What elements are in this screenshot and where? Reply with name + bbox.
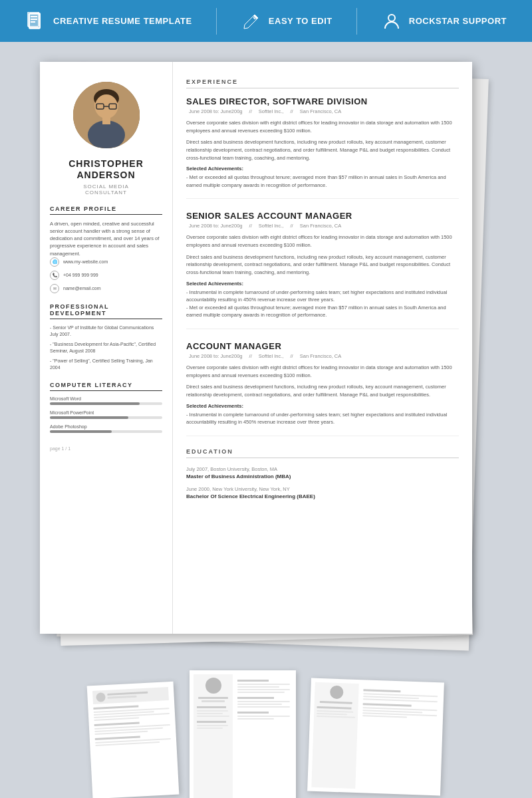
edu-1: July 2007, Boston University, Boston, MA… xyxy=(186,466,459,479)
website-icon: 🌐 xyxy=(50,257,59,267)
top-banner: CREATIVE RESUME TEMPLATE EASY TO EDIT RO… xyxy=(0,0,532,42)
job-3-meta: June 2008 to: June200g // Softtel Inc., … xyxy=(186,353,459,359)
email-icon: ✉ xyxy=(50,284,59,293)
job-3-desc2: Direct sales and business development fu… xyxy=(186,383,459,398)
job-2-achievements: - Instrumental in complete turnaround of… xyxy=(186,289,459,320)
banner-item-edit: EASY TO EDIT xyxy=(241,11,332,32)
skill-word-name: Microsoft Word xyxy=(50,396,162,401)
svg-point-7 xyxy=(388,15,395,21)
edu-2-date: June 2000, New York University, New York… xyxy=(186,486,459,492)
resume-container: CHRISTOPHER ANDERSON SOCIAL MEDIA CONSUL… xyxy=(40,62,492,634)
profile-photo xyxy=(73,82,140,148)
job-3: ACCOUNT MANAGER June 2008 to: June200g /… xyxy=(186,341,459,436)
skill-photoshop-name: Adobe Photoshop xyxy=(50,424,162,429)
job-1-desc2: Direct sales and business development fu… xyxy=(186,138,459,162)
edu-1-degree: Master of Business Administration (MBA) xyxy=(186,473,459,479)
experience-title: EXPERIENCE xyxy=(186,78,459,88)
skill-powerpoint-name: Microsoft PowerPoint xyxy=(50,410,162,415)
job-2-desc2: Direct sales and business development fu… xyxy=(186,253,459,277)
skill-photoshop: Adobe Photoshop xyxy=(50,424,162,433)
resume-page: CHRISTOPHER ANDERSON SOCIAL MEDIA CONSUL… xyxy=(40,62,472,634)
banner-item-resume: CREATIVE RESUME TEMPLATE xyxy=(25,11,192,32)
svg-rect-17 xyxy=(102,116,110,124)
banner-resume-label: CREATIVE RESUME TEMPLATE xyxy=(53,16,192,26)
skill-word: Microsoft Word xyxy=(50,396,162,405)
person-icon xyxy=(381,11,402,32)
contact-website: 🌐 www.my-website.com xyxy=(50,257,162,267)
job-1-desc1: Oversee corporate sales division with ei… xyxy=(186,119,459,134)
banner-edit-label: EASY TO EDIT xyxy=(269,16,332,26)
job-1-achievements-title: Selected Achievements: xyxy=(186,166,459,172)
prof-dev-title: PROFESSIONAL DEVELOPMENT xyxy=(50,303,162,319)
svg-point-16 xyxy=(88,120,125,148)
prof-dev-item-1: - "Business Development for Asia-Pacific… xyxy=(50,341,162,355)
thumbnail-1 xyxy=(87,682,180,798)
comp-literacy-title: COMPUTER LITERACY xyxy=(50,382,162,391)
skill-word-bar-bg xyxy=(50,402,162,405)
job-1-achievements: - Met or exceeded all quotas throughout … xyxy=(186,174,459,189)
job-3-desc1: Oversee corporate sales division with ei… xyxy=(186,364,459,379)
job-2-achievements-title: Selected Achievements: xyxy=(186,281,459,287)
contact-phone-text: +04 999 999 999 xyxy=(63,273,98,277)
svg-rect-5 xyxy=(29,14,40,29)
skill-photoshop-bar-fill xyxy=(50,430,112,433)
pencil-icon xyxy=(241,11,262,32)
skill-word-bar-fill xyxy=(50,402,140,405)
thumbnail-3 xyxy=(307,678,444,796)
skill-powerpoint-bar-bg xyxy=(50,416,162,419)
banner-support-label: ROCKSTAR SUPPORT xyxy=(409,16,507,26)
page-number: page 1 / 1 xyxy=(50,446,162,451)
job-3-title: ACCOUNT MANAGER xyxy=(186,341,459,351)
job-2-meta: June 2008 to: June200g // Softtel Inc., … xyxy=(186,223,459,229)
person-name: CHRISTOPHER ANDERSON xyxy=(50,158,162,181)
skill-photoshop-bar-bg xyxy=(50,430,162,433)
person-role: SOCIAL MEDIA CONSULTANT xyxy=(50,184,162,196)
banner-divider-1 xyxy=(216,8,217,35)
person-name-block: CHRISTOPHER ANDERSON SOCIAL MEDIA CONSUL… xyxy=(50,158,162,196)
job-1-title: SALES DIRECTOR, SOFTWARE DIVISION xyxy=(186,96,459,106)
skill-powerpoint: Microsoft PowerPoint xyxy=(50,410,162,419)
banner-item-support: ROCKSTAR SUPPORT xyxy=(381,11,507,32)
job-2: SENIOR SALES ACCOUNT MANAGER June 2008 t… xyxy=(186,211,459,329)
career-profile-text: A driven, open minded, creative and succ… xyxy=(50,220,162,257)
career-profile-title: CAREER PROFILE xyxy=(50,205,162,215)
job-1: SALES DIRECTOR, SOFTWARE DIVISION June 2… xyxy=(186,96,459,199)
edu-2: June 2000, New York University, New York… xyxy=(186,486,459,499)
phone-icon: 📞 xyxy=(50,271,59,280)
thumbnail-2 xyxy=(190,670,296,798)
contact-phone: 📞 +04 999 999 999 xyxy=(50,271,162,280)
job-1-meta: June 2008 to: June200g // Softtel Inc., … xyxy=(186,108,459,114)
job-3-achievements: - Instrumental in complete turnaround of… xyxy=(186,411,459,426)
job-3-achievements-title: Selected Achievements: xyxy=(186,403,459,409)
prof-dev-item-2: - "Power of Selling", Certified Selling … xyxy=(50,358,162,372)
edu-2-degree: Bachelor Of Science Electrical Engineeri… xyxy=(186,493,459,499)
job-2-desc1: Oversee corporate sales division with ei… xyxy=(186,233,459,249)
education-title: EDUCATION xyxy=(186,448,459,458)
contact-website-text: www.my-website.com xyxy=(63,259,108,264)
banner-divider-2 xyxy=(356,8,357,35)
job-2-title: SENIOR SALES ACCOUNT MANAGER xyxy=(186,211,459,221)
thumbnails-section xyxy=(0,660,532,798)
document-icon xyxy=(25,11,47,32)
skill-powerpoint-bar-fill xyxy=(50,416,128,419)
edu-1-date: July 2007, Boston University, Boston, MA xyxy=(186,466,459,472)
prof-dev-item-0: - Senior VP of Institute for Global Comm… xyxy=(50,325,162,338)
contact-email-text: name@email.com xyxy=(63,286,101,291)
contact-email: ✉ name@email.com xyxy=(50,284,162,293)
resume-main-content: EXPERIENCE SALES DIRECTOR, SOFTWARE DIVI… xyxy=(173,62,472,634)
resume-sidebar: CHRISTOPHER ANDERSON SOCIAL MEDIA CONSUL… xyxy=(40,62,173,634)
main-area: CHRISTOPHER ANDERSON SOCIAL MEDIA CONSUL… xyxy=(0,42,532,654)
